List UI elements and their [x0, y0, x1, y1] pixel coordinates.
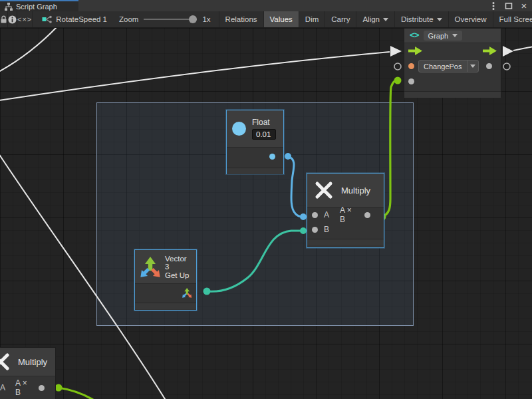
chevron-down-icon [437, 18, 442, 21]
multiply-title: Multiply [341, 186, 370, 196]
multiply-icon [315, 181, 333, 200]
button-label: Distribute [401, 15, 434, 23]
zoom-value: 1x [202, 15, 210, 23]
multiply-title: Multiply [18, 357, 47, 367]
maximize-icon[interactable] [503, 1, 514, 11]
float-icon [232, 122, 246, 136]
vector-node-header: Vector 3 Get Up [135, 250, 196, 283]
multiply-node-partial[interactable]: Multiply A A × B [0, 347, 56, 399]
distribute-dropdown-button[interactable]: Distribute [395, 11, 449, 27]
info-button[interactable] [8, 11, 17, 27]
graph-reference-label: RotateSpeed 1 [56, 15, 107, 23]
label-a: A [324, 210, 329, 219]
graph-flow-row [404, 43, 501, 59]
float-node[interactable]: Float 0.01 [226, 110, 284, 174]
label-output: A × B [15, 378, 30, 397]
chevron-down-icon [383, 18, 388, 21]
tab-title: Script Graph [16, 3, 57, 11]
multiply-node-header: Multiply [307, 174, 384, 207]
zoom-slider[interactable] [144, 15, 197, 23]
port-input-a[interactable] [312, 212, 318, 218]
graph-variable-row: ChangePos [404, 59, 501, 74]
changepos-dropdown[interactable]: ChangePos [418, 60, 479, 72]
multiply2-row-a: A A × B [0, 376, 55, 399]
vector-output-row [135, 284, 196, 301]
multiply2-node-header: Multiply [0, 348, 55, 376]
info-icon [8, 15, 17, 24]
node-footer [227, 168, 283, 174]
tab-script-graph[interactable]: Script Graph [0, 0, 78, 11]
zoom-label: Zoom [119, 15, 138, 23]
button-label: Full Screen [499, 15, 532, 23]
node-footer [307, 239, 384, 245]
tab-strip: Script Graph × [0, 0, 532, 11]
relations-button[interactable]: Relations [219, 11, 264, 27]
button-label: Relations [225, 15, 257, 23]
port-float-output[interactable] [269, 154, 275, 160]
port-input[interactable] [408, 78, 414, 84]
script-graph-window: <> Graph ChangePos [0, 0, 532, 399]
float-value-input[interactable]: 0.01 [252, 129, 276, 140]
vector3-icon [139, 254, 161, 279]
zoom-slider-handle[interactable] [189, 15, 197, 23]
button-label: Values [270, 15, 293, 23]
label-output: A × B [340, 205, 356, 224]
button-label: Overview [455, 15, 487, 23]
port-input-b[interactable] [312, 227, 318, 233]
dim-button[interactable]: Dim [299, 11, 325, 27]
flow-in-arrow-icon[interactable] [408, 47, 422, 55]
graph-reference[interactable]: RotateSpeed 1 [33, 11, 114, 27]
flow-out-arrow-icon[interactable] [483, 47, 497, 55]
float-output-row [227, 148, 283, 166]
vector3-getup-node[interactable]: Vector 3 Get Up [134, 249, 197, 311]
float-title: Float [252, 118, 270, 127]
close-icon[interactable]: × [519, 1, 529, 11]
graph-dropdown-label: Graph [428, 32, 449, 40]
label-a: A [0, 383, 5, 392]
changepos-label: ChangePos [419, 63, 467, 70]
code-angle-x-icon: <×> [17, 15, 32, 23]
code-view-button[interactable]: <×> [17, 11, 33, 27]
float-node-header: Float 0.01 [227, 110, 283, 147]
carry-button[interactable]: Carry [325, 11, 356, 27]
lock-button[interactable] [0, 11, 8, 27]
vector3-output-icon[interactable] [182, 287, 193, 299]
vector-subtitle: Get Up [165, 271, 192, 279]
port-output[interactable] [364, 212, 370, 218]
label-b: B [324, 225, 329, 234]
port-output[interactable] [39, 385, 45, 391]
lock-icon [0, 15, 7, 23]
multiply-row-b: B [307, 222, 384, 237]
values-button[interactable]: Values [264, 11, 299, 27]
overview-button[interactable]: Overview [449, 11, 493, 27]
align-dropdown-button[interactable]: Align [356, 11, 395, 27]
graph-dropdown[interactable]: Graph [424, 31, 463, 41]
hierarchy-icon [5, 3, 13, 11]
port-variable-input[interactable] [408, 63, 414, 69]
graph-toolbar: <×> RotateSpeed 1 Zoom 1x Relations Valu… [0, 11, 532, 28]
node-footer [404, 91, 501, 98]
node-footer [135, 303, 196, 309]
kebab-menu-icon[interactable] [488, 1, 499, 11]
button-label: Align [362, 15, 380, 23]
chevron-down-icon[interactable] [467, 61, 478, 72]
vector-title: Vector 3 [165, 255, 192, 271]
zoom-control: Zoom 1x [114, 11, 219, 27]
graph-node-icon [42, 15, 52, 24]
full-screen-button[interactable]: Full Screen [493, 11, 532, 27]
chevron-down-icon [452, 34, 458, 37]
graph-node[interactable]: <> Graph ChangePos [404, 28, 501, 97]
multiply-icon [0, 352, 10, 371]
graph-extra-row [404, 74, 501, 89]
graph-node-header: <> Graph [404, 29, 501, 43]
button-label: Dim [305, 15, 319, 23]
multiply-row-a: A A × B [307, 207, 384, 222]
port-output[interactable] [486, 63, 492, 69]
multiply-node[interactable]: Multiply A A × B B [307, 173, 384, 248]
code-brackets-icon: <> [410, 31, 419, 41]
button-label: Carry [331, 15, 350, 23]
